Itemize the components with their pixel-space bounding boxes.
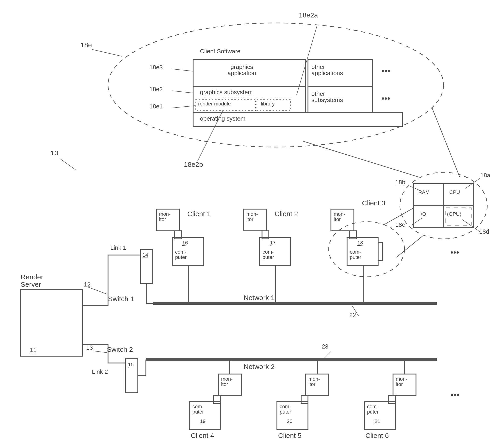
- client4-label: Client 4: [191, 432, 214, 439]
- c3-monitor: mon- itor: [334, 211, 345, 222]
- c1-monitor: mon- itor: [159, 211, 171, 222]
- ellipsis-clients-bottom: •••: [450, 391, 459, 399]
- c5-monitor: mon- itor: [308, 376, 320, 387]
- ellipsis-apps: •••: [382, 67, 390, 75]
- ref-16: 16: [182, 240, 188, 245]
- diagram-canvas: .ln { stroke:#555; stroke-width:4; fill:…: [0, 0, 490, 448]
- network1-label: Network 1: [244, 294, 275, 302]
- client3-label: Client 3: [362, 199, 385, 207]
- c2-monitor: mon- itor: [246, 211, 258, 222]
- hw-gpu: (GPU): [447, 211, 461, 217]
- ref-22: 22: [349, 312, 356, 318]
- c3-computer: com- puter: [350, 249, 361, 260]
- ref-14: 14: [142, 252, 148, 258]
- ref-23: 23: [322, 344, 328, 350]
- ref-18b: 18b: [395, 179, 405, 185]
- ref-13: 13: [86, 345, 93, 351]
- hw-ram: RAM: [418, 190, 429, 195]
- ref-12: 12: [84, 281, 91, 288]
- client2-label: Client 2: [275, 210, 298, 218]
- ref-19: 19: [200, 419, 205, 424]
- client6-label: Client 6: [365, 432, 389, 439]
- ref-18d: 18d: [479, 229, 489, 235]
- svg-rect-16: [214, 395, 221, 403]
- c4-monitor: mon- itor: [221, 376, 233, 387]
- sw-graphics-app: graphics application: [228, 64, 256, 77]
- ref-18e2b: 18e2b: [184, 161, 203, 168]
- network2-label: Network 2: [244, 363, 275, 370]
- svg-point-29: [108, 23, 444, 147]
- c4-computer: com- puter: [192, 404, 204, 414]
- link2-label: Link 2: [92, 369, 108, 375]
- ref-18c: 18c: [395, 222, 405, 228]
- ref-20: 20: [287, 419, 292, 424]
- svg-point-28: [400, 172, 487, 239]
- ref-21: 21: [375, 419, 380, 424]
- sw-other-subsystems: other subsystems: [311, 91, 343, 103]
- sw-os: operating system: [200, 116, 245, 122]
- svg-rect-6: [175, 231, 182, 239]
- client1-label: Client 1: [187, 210, 211, 218]
- ref-18e: 18e: [80, 41, 92, 49]
- svg-rect-19: [301, 395, 308, 403]
- ellipsis-subs: •••: [382, 94, 390, 103]
- ref-17: 17: [270, 240, 276, 245]
- render-server-label: Render Server: [21, 273, 43, 288]
- sw-graphics-subsystem: graphics subsystem: [200, 89, 253, 95]
- hw-cpu: CPU: [449, 190, 460, 195]
- svg-rect-14: [378, 242, 382, 261]
- switch2-label: Switch 2: [107, 346, 133, 353]
- svg-rect-22: [388, 395, 395, 403]
- sw-library: library: [261, 101, 275, 106]
- ref-18a: 18a: [480, 172, 490, 179]
- ref-15: 15: [128, 362, 133, 367]
- c1-computer: com- puter: [175, 249, 187, 260]
- switch1-label: Switch 1: [108, 295, 134, 302]
- c2-computer: com- puter: [262, 249, 274, 260]
- client-software-title: Client Software: [200, 48, 240, 54]
- ref-10: 10: [51, 149, 58, 157]
- hw-io: I/O: [420, 211, 426, 217]
- client5-label: Client 5: [278, 432, 302, 439]
- c5-computer: com- puter: [280, 404, 291, 414]
- sw-render-module: render module: [198, 101, 231, 106]
- ref-18e2: 18e2: [149, 86, 163, 92]
- ref-18: 18: [357, 240, 363, 245]
- svg-rect-12: [349, 231, 356, 239]
- ref-18e3: 18e3: [149, 64, 163, 70]
- ellipsis-clients-top: •••: [450, 248, 459, 257]
- sw-other-apps: other applications: [311, 64, 343, 77]
- c6-computer: com- puter: [367, 404, 378, 414]
- svg-rect-0: [21, 290, 83, 356]
- ref-11: 11: [30, 347, 36, 353]
- ref-18e1: 18e1: [149, 103, 163, 110]
- ref-18e2a: 18e2a: [299, 11, 318, 19]
- svg-rect-9: [262, 231, 269, 239]
- c6-monitor: mon- itor: [396, 376, 407, 387]
- svg-point-24: [329, 222, 404, 277]
- link1-label: Link 1: [110, 245, 126, 251]
